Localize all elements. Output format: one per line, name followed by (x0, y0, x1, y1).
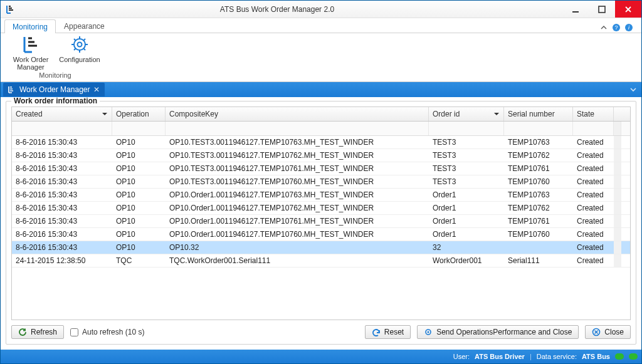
undo-icon (372, 328, 381, 336)
cell-created: 8-6-2016 15:30:43 (12, 162, 112, 175)
table-row[interactable]: 24-11-2015 12:38:50TQCTQC.WorkOrder001.S… (12, 254, 630, 268)
cell-created: 8-6-2016 15:30:43 (12, 175, 112, 188)
about-icon[interactable]: i (624, 23, 634, 33)
svg-point-9 (78, 43, 82, 47)
ribbon-item-configuration[interactable]: Configuration (58, 34, 101, 71)
cell-order: 32 (429, 241, 504, 254)
collapse-ribbon-icon[interactable] (599, 23, 609, 33)
column-header-operation[interactable]: Operation (112, 107, 166, 121)
close-button[interactable]: Close (585, 325, 631, 339)
status-user-label: User: (453, 353, 470, 360)
cell-order: Order1 (429, 228, 504, 241)
status-bar: User: ATS Bus Driver | Data service: ATS… (1, 350, 641, 363)
cell-key: OP10.TEST3.0011946127.TEMP10760.MH_TEST_… (166, 175, 429, 188)
auto-refresh-checkbox-input[interactable] (70, 328, 78, 336)
close-window-button[interactable] (615, 1, 641, 18)
ribbon-item-label: Configuration (59, 56, 100, 63)
work-order-manager-icon (7, 85, 16, 94)
cell-serial: TEMP10762 (504, 202, 573, 214)
cell-serial: TEMP10763 (504, 136, 573, 148)
cell-serial: TEMP10763 (504, 189, 573, 201)
cell-op: OP10 (112, 202, 166, 214)
cell-created: 8-6-2016 15:30:43 (12, 202, 112, 214)
svg-rect-1 (599, 6, 605, 13)
column-header-orderid[interactable]: Order id (429, 107, 504, 121)
cell-order: TEST3 (429, 149, 504, 162)
auto-refresh-checkbox[interactable]: Auto refresh (10 s) (70, 328, 144, 336)
ribbon-body: Work Order Manager Configuration Monitor… (1, 33, 641, 82)
cell-order: TEST3 (429, 175, 504, 188)
ribbon-group-label: Monitoring (39, 71, 71, 80)
table-row[interactable]: 8-6-2016 15:30:43OP10OP10.Order1.0011946… (12, 215, 630, 228)
column-header-state[interactable]: State (573, 107, 614, 121)
svg-line-16 (83, 39, 85, 41)
refresh-button[interactable]: Refresh (11, 325, 64, 339)
tab-monitoring[interactable]: Monitoring (4, 19, 56, 33)
app-window: ATS Bus Work Order Manager 2.0 Monitorin… (0, 0, 642, 364)
cell-state: Created (573, 241, 614, 254)
maximize-button[interactable] (589, 1, 615, 18)
table-row[interactable]: 8-6-2016 15:30:43OP10OP10.3232Created (12, 241, 630, 254)
cell-key: OP10.TEST3.0011946127.TEMP10761.MH_TEST_… (166, 162, 429, 175)
column-header-compositekey[interactable]: CompositeKey (166, 107, 429, 121)
table-row[interactable]: 8-6-2016 15:30:43OP10OP10.TEST3.00119461… (12, 175, 630, 189)
cell-serial: TEMP10762 (504, 149, 573, 162)
cell-key: OP10.32 (166, 241, 429, 254)
work-order-grid: Created Operation CompositeKey Order id … (11, 107, 631, 320)
grid-action-bar: Refresh Auto refresh (10 s) Reset Send O… (11, 320, 631, 339)
reset-button[interactable]: Reset (365, 325, 411, 339)
send-operations-button[interactable]: Send OperationsPerformance and Close (417, 325, 579, 339)
cell-op: OP10 (112, 136, 166, 148)
cell-op: OP10 (112, 215, 166, 227)
cell-created: 8-6-2016 15:30:43 (12, 149, 112, 162)
groupbox-work-order-information: Work order information Created Operation… (6, 101, 636, 345)
status-led-green (615, 353, 624, 360)
cell-created: 8-6-2016 15:30:43 (12, 215, 112, 227)
gear-icon (70, 34, 90, 55)
cell-serial: Serial111 (504, 254, 573, 267)
svg-point-19 (428, 331, 429, 333)
close-door-icon (592, 328, 601, 336)
column-header-serialnumber[interactable]: Serial number (504, 107, 573, 121)
tab-overflow-icon[interactable] (625, 86, 641, 93)
cell-state: Created (573, 215, 614, 227)
minimize-button[interactable] (562, 1, 589, 18)
cell-created: 8-6-2016 15:30:43 (12, 136, 112, 148)
table-row[interactable]: 8-6-2016 15:30:43OP10OP10.Order1.0011946… (12, 202, 630, 215)
document-tab-work-order-manager[interactable]: Work Order Manager ✕ (3, 83, 105, 96)
cell-serial: TEMP10761 (504, 215, 573, 227)
cell-order: Order1 (429, 189, 504, 201)
document-tab-title: Work Order Manager (19, 85, 90, 94)
cell-state: Created (573, 162, 614, 175)
svg-text:?: ? (614, 24, 618, 31)
sort-desc-icon (493, 111, 500, 117)
status-data-label: Data service: (537, 353, 577, 360)
column-header-created[interactable]: Created (12, 107, 112, 121)
table-row[interactable]: 8-6-2016 15:30:43OP10OP10.Order1.0011946… (12, 228, 630, 241)
table-row[interactable]: 8-6-2016 15:30:43OP10OP10.TEST3.00119461… (12, 149, 630, 162)
grid-body[interactable]: 8-6-2016 15:30:43OP10OP10.TEST3.00119461… (12, 136, 630, 320)
gear-send-icon (424, 328, 433, 336)
table-row[interactable]: 8-6-2016 15:30:43OP10OP10.Order1.0011946… (12, 189, 630, 202)
work-order-manager-icon (21, 34, 41, 55)
close-tab-icon[interactable]: ✕ (93, 85, 100, 94)
sort-desc-icon (102, 111, 108, 117)
ribbon-item-label: Work Order Manager (9, 56, 52, 71)
tab-appearance[interactable]: Appearance (56, 19, 113, 33)
ribbon-item-work-order-manager[interactable]: Work Order Manager (9, 34, 52, 71)
help-icon[interactable]: ? (611, 23, 621, 33)
grid-filter-row[interactable] (12, 122, 630, 136)
table-row[interactable]: 8-6-2016 15:30:43OP10OP10.TEST3.00119461… (12, 136, 630, 149)
cell-key: TQC.WorkOrder001.Serial111 (166, 254, 429, 267)
cell-state: Created (573, 189, 614, 201)
ribbon-help-area: ? i (599, 23, 638, 33)
titlebar: ATS Bus Work Order Manager 2.0 (1, 1, 641, 18)
cell-serial: TEMP10760 (504, 175, 573, 188)
cell-state: Created (573, 175, 614, 188)
cell-order: Order1 (429, 202, 504, 214)
table-row[interactable]: 8-6-2016 15:30:43OP10OP10.TEST3.00119461… (12, 162, 630, 175)
cell-key: OP10.Order1.0011946127.TEMP10762.MH_TEST… (166, 202, 429, 214)
cell-op: TQC (112, 254, 166, 267)
cell-order: Order1 (429, 215, 504, 227)
cell-created: 8-6-2016 15:30:43 (12, 241, 112, 254)
